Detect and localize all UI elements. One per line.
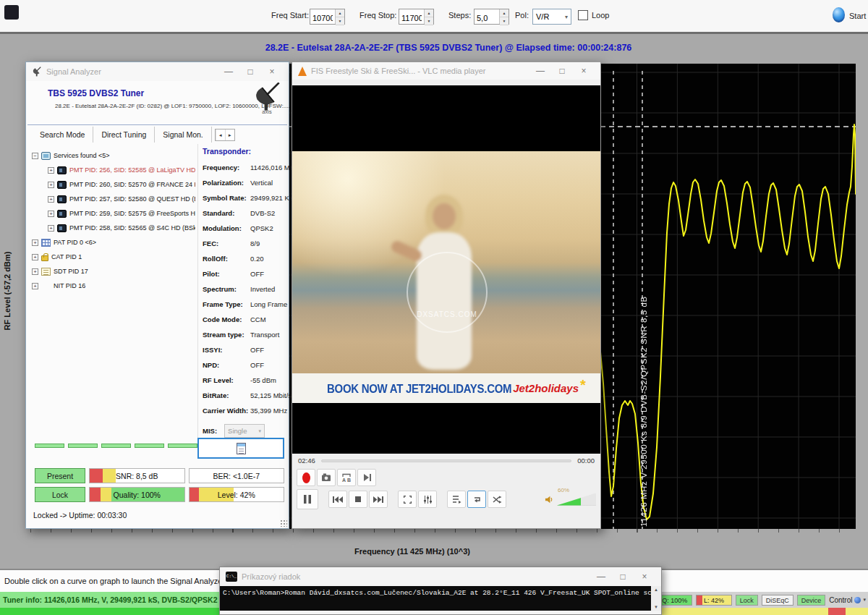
up-arrow-icon[interactable]: ▲ bbox=[336, 9, 344, 17]
tree-item-service[interactable]: + PMT PID: 258, SID: 52565 @ S4C HD (BSk… bbox=[48, 221, 195, 235]
tree-item-table[interactable]: + CAT PID 1 bbox=[32, 250, 195, 264]
transponder-row-label: Spectrum: bbox=[203, 285, 250, 293]
pol-select[interactable]: V/R ▾ bbox=[532, 9, 571, 25]
control-dropdown[interactable]: Control ▾ bbox=[829, 596, 866, 604]
maximize-button[interactable]: □ bbox=[239, 67, 261, 77]
expand-icon[interactable]: + bbox=[32, 268, 38, 275]
tree-item-service[interactable]: + PMT PID: 257, SID: 52580 @ QUEST HD (B… bbox=[48, 192, 195, 206]
video-area[interactable]: BOOK NOW AT JET2HOLIDAYS.COM Jet2holiday… bbox=[292, 85, 600, 454]
level-mini-bar: L: 42% bbox=[696, 595, 731, 606]
close-button[interactable]: × bbox=[573, 66, 595, 76]
steps-updown[interactable]: ▲▼ bbox=[499, 9, 509, 24]
cmd-titlebar[interactable]: C:\_ Príkazový riadok — □ × bbox=[220, 567, 661, 586]
freq-start-updown[interactable]: ▲▼ bbox=[335, 9, 344, 24]
scroll-down-icon[interactable]: ▼ bbox=[651, 603, 661, 611]
arrow-right-icon[interactable]: ► bbox=[225, 130, 234, 140]
expand-icon[interactable]: + bbox=[48, 211, 54, 217]
seek-slider[interactable] bbox=[321, 459, 571, 462]
up-arrow-icon[interactable]: ▲ bbox=[425, 9, 433, 17]
close-button[interactable]: × bbox=[634, 572, 655, 582]
quality-bar: Quality: 100% bbox=[89, 487, 185, 502]
tree-item-service[interactable]: + PMT PID: 259, SID: 52575 @ FreeSports … bbox=[48, 206, 195, 221]
freq-stop-input[interactable] bbox=[399, 9, 424, 24]
steps-input[interactable] bbox=[475, 9, 499, 24]
ab-loop-button[interactable]: AB bbox=[337, 469, 356, 486]
level-bar: Level: 42% bbox=[189, 487, 285, 502]
freq-stop-updown[interactable]: ▲▼ bbox=[424, 9, 433, 24]
volume-control[interactable]: 60% bbox=[545, 493, 596, 506]
next-button[interactable] bbox=[369, 491, 388, 508]
minimize-button[interactable]: — bbox=[590, 572, 612, 582]
freq-start-input[interactable] bbox=[310, 9, 335, 24]
lock-status-badge: Lock bbox=[736, 595, 758, 606]
snapshot-button[interactable] bbox=[317, 469, 336, 486]
expand-icon[interactable]: + bbox=[48, 167, 54, 174]
down-arrow-icon[interactable]: ▼ bbox=[336, 17, 344, 25]
minimize-button[interactable]: — bbox=[218, 67, 239, 77]
tree-root-services[interactable]: − Services found <5> bbox=[32, 148, 195, 163]
transponder-row-label: Standard: bbox=[203, 209, 250, 217]
uptime-text: Locked -> Uptime: 00:03:30 bbox=[33, 511, 127, 519]
minimize-button[interactable]: — bbox=[529, 66, 551, 76]
tab-search-mode[interactable]: Search Mode bbox=[32, 127, 93, 143]
expand-icon[interactable]: + bbox=[48, 196, 54, 203]
fullscreen-button[interactable] bbox=[398, 491, 417, 508]
down-arrow-icon[interactable]: ▼ bbox=[500, 17, 509, 25]
expand-icon[interactable]: + bbox=[32, 283, 38, 289]
tab-scroll-control[interactable]: ◄ ► bbox=[215, 129, 235, 141]
previous-button[interactable] bbox=[328, 491, 347, 508]
table-label: PAT PID 0 <6> bbox=[54, 239, 96, 246]
down-arrow-icon[interactable]: ▼ bbox=[425, 17, 433, 25]
freq-stop-spinner[interactable]: ▲▼ bbox=[399, 9, 434, 25]
export-button[interactable] bbox=[197, 438, 284, 459]
signal-analyzer-titlebar[interactable]: Signal Analyzer — □ × bbox=[26, 62, 289, 81]
equalizer-icon bbox=[423, 495, 433, 504]
pause-button[interactable] bbox=[297, 489, 318, 509]
random-button[interactable] bbox=[488, 491, 506, 508]
vlc-titlebar[interactable]: FIS Freestyle Ski & FreeSki... - VLC med… bbox=[292, 62, 600, 80]
maximize-button[interactable]: □ bbox=[612, 572, 634, 582]
carrier-annotation: 11426 MHz V 29500 Ks 8/9 DVB-S2/QPSK2 SN… bbox=[639, 156, 648, 527]
console-line[interactable]: C:\Users\Roman>Roman Dávid_dxsatcs.com_L… bbox=[220, 586, 651, 611]
equalizer-button[interactable] bbox=[418, 491, 437, 508]
playlist-button[interactable] bbox=[447, 491, 466, 508]
close-button[interactable]: × bbox=[261, 67, 283, 77]
start-button[interactable]: Start bbox=[849, 12, 866, 20]
start-orb-icon[interactable] bbox=[833, 7, 845, 22]
collapse-icon[interactable]: − bbox=[32, 153, 38, 159]
expand-icon[interactable]: + bbox=[48, 182, 54, 188]
transponder-row: BitRate: 52,125 Mbit/s bbox=[203, 388, 288, 403]
freq-start-spinner[interactable]: ▲▼ bbox=[310, 9, 345, 25]
tree-item-table[interactable]: + SDT PID 17 bbox=[32, 264, 195, 279]
loop-button[interactable] bbox=[467, 491, 486, 508]
up-arrow-icon[interactable]: ▲ bbox=[500, 9, 509, 17]
maximize-button[interactable]: □ bbox=[551, 66, 573, 76]
tab-direct-tuning[interactable]: Direct Tuning bbox=[93, 127, 155, 143]
table-type-icon bbox=[41, 255, 48, 261]
transponder-row-value: CCM bbox=[250, 315, 266, 323]
steps-spinner[interactable]: ▲▼ bbox=[474, 9, 509, 25]
tree-item-service[interactable]: + PMT PID: 256, SID: 52585 @ LaLigaTV HD… bbox=[48, 163, 195, 177]
app-icon bbox=[4, 5, 19, 20]
frame-by-frame-button[interactable] bbox=[357, 469, 376, 486]
stop-button[interactable] bbox=[349, 491, 367, 508]
tab-signal-mon[interactable]: Signal Mon. bbox=[155, 127, 211, 143]
transponder-row-label: Stream type: bbox=[203, 331, 250, 339]
expand-icon[interactable]: + bbox=[32, 239, 38, 246]
tree-item-table[interactable]: + PAT PID 0 <6> bbox=[32, 235, 195, 250]
quality-mini-text: Q: 100% bbox=[658, 595, 692, 606]
loop-checkbox[interactable] bbox=[578, 10, 588, 20]
scroll-up-icon[interactable]: ▲ bbox=[651, 586, 661, 593]
tuner-info-text: Tuner info: 11426,016 MHz, V, 29499,921 … bbox=[3, 595, 217, 604]
console-area[interactable]: C:\Users\Roman>Roman Dávid_dxsatcs.com_L… bbox=[220, 586, 661, 611]
expand-icon[interactable]: + bbox=[32, 254, 38, 260]
record-button[interactable] bbox=[297, 469, 315, 486]
expand-icon[interactable]: + bbox=[48, 225, 54, 232]
tree-item-service[interactable]: + PMT PID: 260, SID: 52570 @ FRANCE 24 H… bbox=[48, 177, 195, 192]
volume-slider[interactable] bbox=[557, 493, 596, 506]
arrow-left-icon[interactable]: ◄ bbox=[216, 130, 225, 140]
resize-grip[interactable] bbox=[280, 519, 287, 527]
shuffle-icon bbox=[493, 496, 502, 504]
mis-select[interactable]: Single ▾ bbox=[224, 424, 265, 438]
tree-item-table[interactable]: + NIT PID 16 bbox=[32, 279, 195, 293]
